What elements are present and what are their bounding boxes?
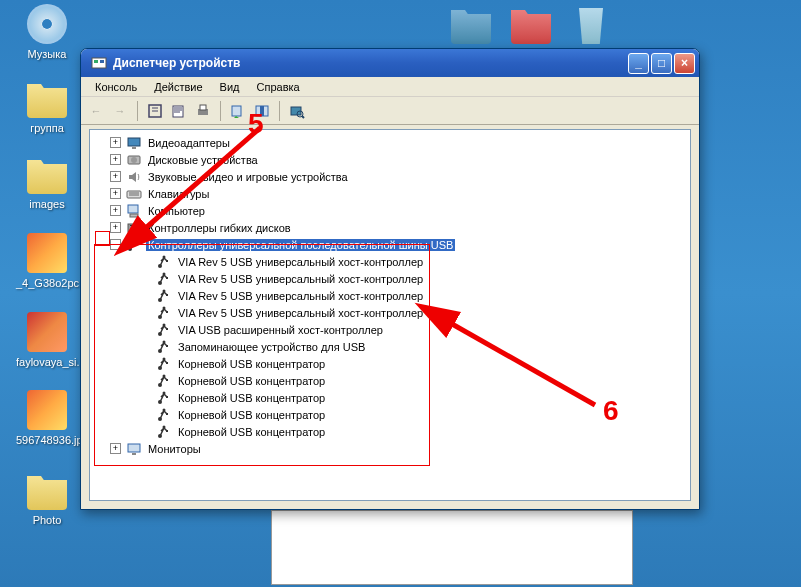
nav-back-button[interactable]: ←	[87, 102, 105, 120]
no-expander	[140, 392, 151, 403]
svg-rect-57	[166, 413, 168, 415]
expand-icon[interactable]: +	[110, 222, 121, 233]
menu-console[interactable]: Консоль	[87, 79, 145, 95]
tree-node[interactable]: +Видеоадаптеры	[92, 134, 688, 151]
folder-red-icon	[511, 4, 551, 44]
background-panel	[271, 510, 633, 585]
desktop-icon-label: 596748936.jp	[16, 434, 78, 446]
img-icon	[27, 233, 67, 273]
trash-icon	[571, 4, 611, 44]
refresh-button[interactable]	[229, 102, 247, 120]
tree-node[interactable]: Запоминающее устройство для USB	[92, 338, 688, 355]
no-expander	[140, 307, 151, 318]
nav-forward-button[interactable]: →	[111, 102, 129, 120]
tree-node[interactable]: Корневой USB концентратор	[92, 406, 688, 423]
properties-button[interactable]	[170, 102, 188, 120]
expand-icon[interactable]: +	[110, 443, 121, 454]
svg-point-37	[163, 289, 166, 292]
svg-rect-63	[132, 453, 136, 455]
tree-node-label: Контроллеры универсальной последовательн…	[146, 239, 455, 251]
menu-view[interactable]: Вид	[212, 79, 248, 95]
svg-rect-54	[166, 396, 168, 398]
close-button[interactable]: ×	[674, 53, 695, 74]
expand-icon[interactable]: +	[110, 171, 121, 182]
tree-node[interactable]: VIA Rev 5 USB универсальный хост-контрол…	[92, 253, 688, 270]
usb-icon	[156, 271, 172, 287]
toolbar: ← →	[81, 97, 699, 125]
usb-icon	[156, 356, 172, 372]
tree-node[interactable]: +Мониторы	[92, 440, 688, 457]
menu-help[interactable]: Справка	[249, 79, 308, 95]
desktop-icon[interactable]: faylovaya_si...	[16, 312, 78, 368]
tree-node-label: VIA Rev 5 USB универсальный хост-контрол…	[176, 273, 425, 285]
scan-hardware-button[interactable]	[288, 102, 306, 120]
tree-node-label: Контроллеры гибких дисков	[146, 222, 293, 234]
tree-node[interactable]: Корневой USB концентратор	[92, 423, 688, 440]
tree-node[interactable]: -Контроллеры универсальной последователь…	[92, 236, 688, 253]
sound-icon	[126, 169, 142, 185]
desktop-icon[interactable]: Photo	[16, 470, 78, 526]
titlebar[interactable]: Диспетчер устройств _ □ ×	[81, 49, 699, 77]
svg-point-31	[163, 255, 166, 258]
tree-node[interactable]: VIA USB расширенный хост-контроллер	[92, 321, 688, 338]
svg-point-40	[163, 306, 166, 309]
tree-node[interactable]: VIA Rev 5 USB универсальный хост-контрол…	[92, 287, 688, 304]
no-expander	[140, 409, 151, 420]
svg-rect-42	[166, 328, 168, 330]
usb-icon	[156, 390, 172, 406]
tree-node[interactable]: Корневой USB концентратор	[92, 355, 688, 372]
tree-node-label: Корневой USB концентратор	[176, 358, 327, 370]
maximize-button[interactable]: □	[651, 53, 672, 74]
img-icon	[27, 390, 67, 430]
tree-node[interactable]: +Звуковые, видео и игровые устройства	[92, 168, 688, 185]
device-tree[interactable]: +Видеоадаптеры+Дисковые устройства+Звуко…	[89, 129, 691, 501]
tree-node[interactable]: +Компьютер	[92, 202, 688, 219]
desktop-icon[interactable]	[440, 4, 502, 48]
no-expander	[140, 426, 151, 437]
tree-node[interactable]: +Контроллеры гибких дисков	[92, 219, 688, 236]
folder-blue-icon	[451, 4, 491, 44]
desktop-icon[interactable]: 596748936.jp	[16, 390, 78, 446]
device-manager-window: Диспетчер устройств _ □ × Консоль Действ…	[80, 48, 700, 510]
annotation-number-6: 6	[603, 395, 619, 427]
desktop-icon[interactable]	[560, 4, 622, 48]
expand-icon[interactable]: +	[110, 154, 121, 165]
no-expander	[140, 324, 151, 335]
svg-rect-22	[128, 205, 138, 213]
tool-button-1[interactable]	[146, 102, 164, 120]
tree-node[interactable]: Корневой USB концентратор	[92, 389, 688, 406]
collapse-icon[interactable]: -	[110, 239, 121, 250]
tree-node[interactable]: +Дисковые устройства	[92, 151, 688, 168]
tree-node-label: VIA Rev 5 USB универсальный хост-контрол…	[176, 307, 425, 319]
tree-node-label: Видеоадаптеры	[146, 137, 232, 149]
window-title: Диспетчер устройств	[113, 56, 628, 70]
svg-rect-33	[166, 277, 168, 279]
tree-node-label: Корневой USB концентратор	[176, 426, 327, 438]
svg-point-61	[163, 425, 166, 428]
expand-icon[interactable]: +	[110, 205, 121, 216]
tree-node[interactable]: VIA Rev 5 USB универсальный хост-контрол…	[92, 304, 688, 321]
usb-icon	[126, 237, 142, 253]
usb-icon	[156, 373, 172, 389]
svg-rect-8	[200, 105, 206, 110]
desktop-icon[interactable]: Музыка	[16, 4, 78, 60]
svg-rect-2	[100, 60, 104, 63]
tree-node[interactable]: Корневой USB концентратор	[92, 372, 688, 389]
tree-node-label: VIA Rev 5 USB универсальный хост-контрол…	[176, 256, 425, 268]
menu-action[interactable]: Действие	[146, 79, 210, 95]
tree-node[interactable]: +Клавиатуры	[92, 185, 688, 202]
tree-node-label: VIA USB расширенный хост-контроллер	[176, 324, 385, 336]
print-button[interactable]	[194, 102, 212, 120]
desktop-icon[interactable]	[500, 4, 562, 48]
expand-icon[interactable]: +	[110, 137, 121, 148]
usb-icon	[156, 424, 172, 440]
window-buttons: _ □ ×	[628, 53, 695, 74]
usb-icon	[156, 339, 172, 355]
annotation-number-5: 5	[248, 108, 264, 140]
desktop-icon[interactable]: images	[16, 154, 78, 210]
expand-icon[interactable]: +	[110, 188, 121, 199]
minimize-button[interactable]: _	[628, 53, 649, 74]
desktop-icon[interactable]: группа	[16, 78, 78, 134]
desktop-icon[interactable]: _4_G38o2pc...	[16, 233, 78, 289]
tree-node[interactable]: VIA Rev 5 USB универсальный хост-контрол…	[92, 270, 688, 287]
